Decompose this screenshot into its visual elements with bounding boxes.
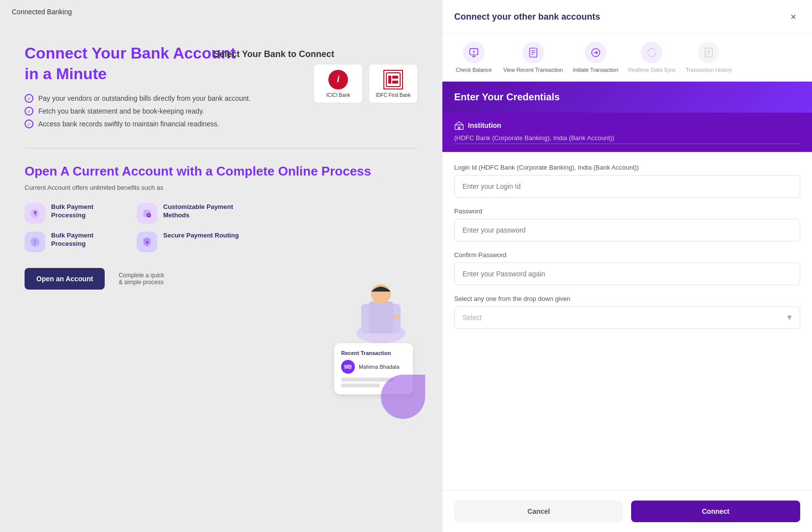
features-grid: ₹ Bulk Payment Processing ✓ Customizable…: [25, 203, 241, 252]
realtime-sync-icon: [641, 42, 663, 63]
connect-button[interactable]: Connect: [631, 501, 800, 522]
account-type-select[interactable]: Select Option 1 Option 2 Option 3: [454, 306, 800, 329]
bank-cards-area: i ICICI Bank IDFC First Bank: [314, 64, 442, 103]
modal-footer: Cancel Connect: [442, 490, 812, 532]
check-balance-icon: $: [463, 42, 485, 63]
svg-text:₹: ₹: [33, 210, 37, 216]
modal-header: Connect your other bank accounts ×: [442, 0, 812, 34]
login-id-input[interactable]: [454, 175, 800, 198]
view-recent-icon: [522, 42, 544, 63]
institution-label-text: Institution: [468, 121, 501, 129]
idfc-bank-card[interactable]: IDFC First Bank: [369, 64, 418, 103]
main-page: Connected Banking Connect Your Bank Acco…: [0, 0, 442, 532]
feature-item-3: ✓ Access bank records swiftly to maintai…: [25, 119, 418, 128]
svg-text:↑: ↑: [33, 238, 36, 245]
confirm-password-input[interactable]: [454, 263, 800, 285]
credentials-header: Enter Your Credentials: [442, 82, 812, 113]
secure-routing-icon: ★: [137, 232, 157, 252]
check-icon-1: ✓: [25, 94, 33, 103]
action-transaction-history[interactable]: Transaction History: [686, 42, 732, 73]
action-initiate-transaction[interactable]: Initiate Transaction: [573, 42, 618, 73]
realtime-sync-label: Realtime Data Sync: [628, 66, 676, 73]
icici-bank-name: ICICI Bank: [326, 92, 350, 98]
cancel-button[interactable]: Cancel: [454, 501, 623, 522]
dropdown-group: Select any one from the drop down given …: [454, 295, 800, 329]
rt-bar-2: [341, 384, 380, 387]
feature-item-2: ✓ Fetch you bank statement and be book-k…: [25, 107, 418, 116]
idfc-bank-name: IDFC First Bank: [376, 92, 410, 98]
feature-grid-item-3: ↑ Bulk Payment Processing: [25, 232, 129, 252]
svg-text:✓: ✓: [147, 213, 150, 217]
institution-label-row: Institution: [454, 120, 800, 130]
rt-label: Recent Transaction: [341, 350, 406, 356]
select-wrapper: Select Option 1 Option 2 Option 3 ▼: [454, 306, 800, 329]
feature-grid-item-1: ₹ Bulk Payment Processing: [25, 203, 129, 224]
svg-rect-14: [369, 301, 393, 333]
feature-grid-item-2: ✓ Customizable Payment Methods: [137, 203, 241, 224]
login-id-label: Login Id (HDFC Bank (Corporate Banking),…: [454, 164, 800, 171]
icici-bank-card[interactable]: i ICICI Bank: [314, 64, 363, 103]
icici-logo: i: [328, 70, 348, 89]
check-icon-2: ✓: [25, 107, 33, 116]
institution-value: (HDFC Bank (Corporate Banking), India (B…: [454, 134, 800, 144]
modal-title: Connect your other bank accounts: [454, 12, 600, 22]
open-account-button[interactable]: Open an Account: [25, 268, 105, 290]
quick-actions: $ Check Balance View Recent Transaction: [442, 34, 812, 82]
credentials-title: Enter Your Credentials: [454, 91, 800, 103]
account-title: Open A Current Account with a Complete O…: [25, 163, 418, 180]
password-label: Password: [454, 207, 800, 215]
rt-avatar: MB: [341, 360, 355, 374]
form-body: Login Id (HDFC Bank (Corporate Banking),…: [442, 152, 812, 490]
account-subtitle: Current Account offers unlimited benefit…: [25, 184, 418, 191]
action-view-recent[interactable]: View Recent Transaction: [503, 42, 563, 73]
svg-text:★: ★: [145, 240, 148, 244]
password-group: Password: [454, 207, 800, 241]
account-section: Open A Current Account with a Complete O…: [25, 163, 418, 290]
cta-sub-text: Complete a quick& simple process: [118, 272, 164, 286]
feature-grid-item-4: ★ Secure Payment Routing: [137, 232, 241, 252]
svg-rect-11: [392, 81, 398, 84]
transaction-history-label: Transaction History: [686, 66, 732, 73]
transaction-history-icon: [698, 42, 720, 63]
rt-bar-1: [341, 378, 393, 382]
login-id-group: Login Id (HDFC Bank (Corporate Banking),…: [454, 164, 800, 198]
svg-rect-9: [388, 76, 391, 84]
person-illustration: [354, 274, 408, 345]
check-balance-label: Check Balance: [456, 66, 492, 73]
bulk-payment-icon-1: ₹: [25, 203, 45, 224]
purple-decoration: [381, 375, 425, 419]
check-icon-3: ✓: [25, 119, 33, 128]
rt-user: MB Mahima Bhadala: [341, 360, 406, 374]
bulk-payment-icon-2: ↑: [25, 232, 45, 252]
page-header: Connected Banking: [0, 0, 442, 24]
dropdown-label: Select any one from the drop down given: [454, 295, 800, 302]
svg-rect-10: [392, 76, 398, 79]
svg-rect-31: [458, 127, 461, 130]
action-check-balance[interactable]: $ Check Balance: [454, 42, 493, 73]
rt-user-name: Mahima Bhadala: [359, 364, 400, 370]
idfc-logo: [383, 70, 403, 89]
initiate-transaction-icon: [585, 42, 607, 63]
modal-panel: Connect your other bank accounts × $ Che…: [442, 0, 812, 532]
view-recent-label: View Recent Transaction: [503, 66, 563, 73]
confirm-password-label: Confirm Password: [454, 251, 800, 259]
bank-select-label: Select Your Bank to Connect: [214, 49, 334, 59]
institution-section: Institution (HDFC Bank (Corporate Bankin…: [442, 113, 812, 152]
password-input[interactable]: [454, 219, 800, 241]
action-realtime-sync[interactable]: Realtime Data Sync: [628, 42, 676, 73]
confirm-password-group: Confirm Password: [454, 251, 800, 285]
close-button[interactable]: ×: [786, 10, 800, 24]
initiate-transaction-label: Initiate Transaction: [573, 66, 618, 73]
divider: [25, 148, 418, 148]
institution-icon: [454, 120, 464, 130]
svg-text:$: $: [473, 50, 475, 54]
custom-payment-icon: ✓: [137, 203, 157, 224]
page-title: Connected Banking: [12, 8, 72, 16]
